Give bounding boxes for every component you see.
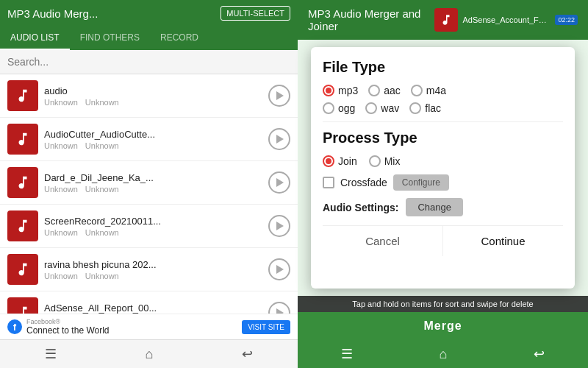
- radio-join-circle: [323, 155, 334, 167]
- track-icon: [434, 8, 458, 32]
- facebook-large-text: Connect to the World: [26, 325, 110, 336]
- file-type-title: File Type: [323, 59, 563, 76]
- right-panel: MP3 Audio Merger and Joiner AdSense_Acco…: [298, 0, 588, 368]
- audio-list: audio Unknown Unknown AudioCutter_AudioC…: [0, 74, 298, 314]
- right-app-title: MP3 Audio Merger and Joiner: [308, 7, 434, 32]
- radio-mp3[interactable]: mp3: [323, 85, 358, 96]
- current-track: AdSense_Account_Full_Setup_For_... 02:22: [434, 8, 578, 32]
- crossfade-row: Crossfade Configure: [323, 174, 563, 191]
- left-bottom-nav: ☰ ⌂ ↩: [0, 339, 298, 368]
- right-home-icon[interactable]: ⌂: [440, 347, 448, 362]
- play-button[interactable]: [268, 85, 290, 107]
- right-bottom-nav: ☰ ⌂ ↩: [298, 340, 588, 368]
- audio-list-item[interactable]: AudioCutter_AudioCutte... Unknown Unknow…: [0, 118, 298, 161]
- tap-hint: Tap and hold on items for sort and swipe…: [298, 296, 588, 312]
- audio-item-info: ScreenRecord_20210011... Unknown Unknown: [38, 216, 268, 237]
- audio-settings-row: Audio Settings: Change: [323, 198, 563, 216]
- audio-item-info: AdSense_All_Report_00... Unknown Unknown: [38, 302, 268, 314]
- audio-item-icon: [7, 210, 38, 241]
- audio-item-info: ravina bhesh picuna 202... Unknown Unkno…: [38, 259, 268, 280]
- facebook-text: Facebook® Connect to the World: [26, 318, 110, 336]
- continue-button[interactable]: Continue: [443, 226, 563, 256]
- radio-ogg-circle: [323, 102, 334, 114]
- radio-flac[interactable]: flac: [409, 102, 441, 114]
- left-header: MP3 Audio Merg... MULTI-SELECT: [0, 0, 298, 26]
- audio-item-meta: Unknown Unknown: [44, 98, 262, 107]
- audio-list-item[interactable]: audio Unknown Unknown: [0, 74, 298, 118]
- home-icon[interactable]: ⌂: [146, 347, 154, 362]
- audio-item-meta: Unknown Unknown: [44, 185, 262, 194]
- play-button[interactable]: [268, 302, 290, 314]
- play-button[interactable]: [268, 128, 290, 150]
- tab-record[interactable]: RECORD: [150, 26, 209, 50]
- change-button[interactable]: Change: [406, 198, 463, 216]
- audio-settings-label: Audio Settings:: [323, 202, 398, 213]
- right-header: MP3 Audio Merger and Joiner AdSense_Acco…: [298, 0, 588, 40]
- audio-list-item[interactable]: AdSense_All_Report_00... Unknown Unknown: [0, 291, 298, 314]
- visit-site-button[interactable]: VISIT SITE: [242, 320, 290, 334]
- process-type-title: Process Type: [323, 130, 563, 146]
- audio-list-item[interactable]: Dard_e_Dil_Jeene_Ka_... Unknown Unknown: [0, 161, 298, 205]
- radio-mix-label: Mix: [384, 155, 401, 167]
- multi-select-button[interactable]: MULTI-SELECT: [220, 6, 290, 21]
- cancel-button[interactable]: Cancel: [323, 226, 443, 256]
- radio-m4a-label: m4a: [426, 85, 446, 96]
- radio-flac-circle: [409, 102, 421, 114]
- radio-m4a[interactable]: m4a: [411, 85, 446, 96]
- track-name: AdSense_Account_Full_Setup_For_...: [462, 15, 551, 24]
- radio-ogg[interactable]: ogg: [323, 102, 355, 114]
- back-icon[interactable]: ↩: [242, 346, 253, 362]
- left-tabs: AUDIO LIST FIND OTHERS RECORD: [0, 26, 298, 50]
- file-type-row2: ogg wav flac: [323, 102, 563, 114]
- tab-audio-list[interactable]: AUDIO LIST: [0, 26, 70, 50]
- audio-item-name: ScreenRecord_20210011...: [44, 216, 220, 227]
- audio-list-item[interactable]: ravina bhesh picuna 202... Unknown Unkno…: [0, 248, 298, 291]
- audio-list-item[interactable]: ScreenRecord_20210011... Unknown Unknown: [0, 205, 298, 248]
- radio-mp3-circle: [323, 85, 334, 96]
- radio-wav[interactable]: wav: [365, 102, 399, 114]
- dialog-actions: Cancel Continue: [323, 225, 563, 256]
- radio-wav-circle: [365, 102, 377, 114]
- audio-item-name: Dard_e_Dil_Jeene_Ka_...: [44, 172, 220, 183]
- facebook-small-text: Facebook®: [26, 318, 110, 325]
- audio-item-icon: [7, 297, 38, 314]
- radio-wav-label: wav: [381, 102, 399, 114]
- configure-button[interactable]: Configure: [393, 174, 449, 191]
- track-time: 02:22: [555, 15, 578, 25]
- right-back-icon[interactable]: ↩: [534, 346, 545, 362]
- audio-item-info: Dard_e_Dil_Jeene_Ka_... Unknown Unknown: [38, 172, 268, 194]
- merge-bar[interactable]: Merge: [298, 312, 588, 340]
- audio-item-name: audio: [44, 85, 220, 96]
- left-app-title: MP3 Audio Merg...: [7, 7, 98, 20]
- audio-item-info: AudioCutter_AudioCutte... Unknown Unknow…: [38, 129, 268, 150]
- tab-find-others[interactable]: FIND OTHERS: [70, 26, 150, 50]
- radio-mix[interactable]: Mix: [369, 155, 401, 167]
- radio-aac[interactable]: aac: [368, 85, 401, 96]
- left-panel: MP3 Audio Merg... MULTI-SELECT AUDIO LIS…: [0, 0, 298, 368]
- file-type-dialog: File Type mp3 aac m4a ogg: [311, 47, 575, 289]
- play-button[interactable]: [268, 215, 290, 237]
- radio-aac-label: aac: [384, 85, 401, 96]
- audio-item-name: ravina bhesh picuna 202...: [44, 259, 220, 270]
- play-button[interactable]: [268, 258, 290, 280]
- audio-item-icon: [7, 167, 38, 198]
- crossfade-checkbox[interactable]: [323, 177, 334, 188]
- audio-item-icon: [7, 80, 38, 111]
- audio-item-info: audio Unknown Unknown: [38, 85, 268, 107]
- audio-item-icon: [7, 124, 38, 155]
- audio-item-icon: [7, 254, 38, 285]
- play-button[interactable]: [268, 171, 290, 194]
- radio-m4a-circle: [411, 85, 423, 96]
- facebook-banner: f Facebook® Connect to the World VISIT S…: [0, 314, 298, 339]
- radio-ogg-label: ogg: [338, 102, 355, 114]
- audio-item-meta: Unknown Unknown: [44, 141, 262, 150]
- menu-icon[interactable]: ☰: [45, 346, 57, 362]
- radio-join[interactable]: Join: [323, 155, 357, 167]
- crossfade-label: Crossfade: [340, 177, 387, 188]
- search-bar: [0, 50, 298, 74]
- join-mix-row: Join Mix: [323, 155, 563, 167]
- audio-item-meta: Unknown Unknown: [44, 228, 262, 237]
- right-menu-icon[interactable]: ☰: [341, 346, 353, 362]
- search-input[interactable]: [7, 56, 290, 68]
- audio-item-name: AdSense_All_Report_00...: [44, 302, 220, 314]
